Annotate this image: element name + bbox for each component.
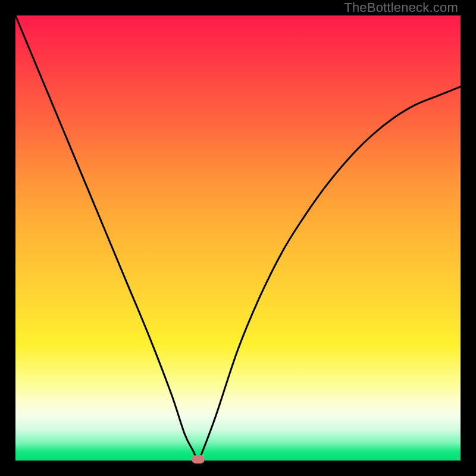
plot-area: [15, 15, 461, 461]
optimal-point-marker: [192, 455, 205, 464]
watermark-text: TheBottleneck.com: [344, 0, 458, 15]
chart-frame: TheBottleneck.com: [0, 0, 476, 476]
bottleneck-curve: [15, 15, 461, 461]
